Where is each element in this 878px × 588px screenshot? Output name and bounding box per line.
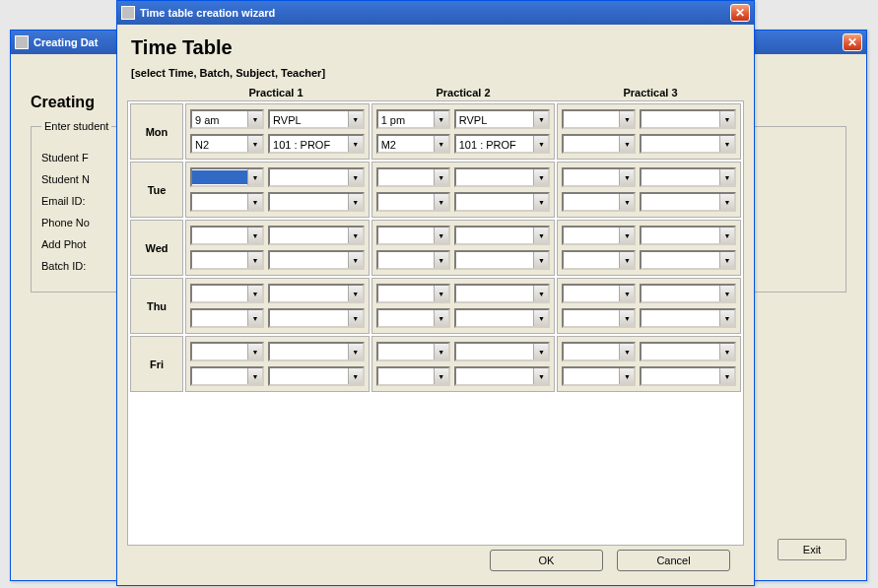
combo-value [564,287,619,300]
combo-value [564,195,619,209]
teacher-select[interactable]: ▼ [268,192,365,212]
time-select[interactable]: ▼ [562,109,636,129]
teacher-select[interactable]: ▼ [640,134,736,154]
time-select[interactable]: ▼ [190,226,264,245]
chevron-down-icon: ▼ [719,310,734,326]
time-select[interactable]: ▼ [562,342,636,361]
combo-value [378,170,434,184]
cancel-button[interactable]: Cancel [617,550,730,571]
batch-select[interactable]: ▼ [376,192,450,212]
combo-value [456,229,534,242]
teacher-select[interactable]: ▼ [454,250,551,270]
time-select[interactable]: ▼ [376,167,450,187]
chevron-down-icon: ▼ [719,344,734,359]
batch-select[interactable]: ▼ [376,308,450,328]
batch-select[interactable]: ▼ [376,250,450,270]
teacher-select[interactable]: ▼ [640,250,736,270]
back-title-text: Creating Dat [34,36,98,48]
chevron-down-icon: ▼ [348,344,363,359]
chevron-down-icon: ▼ [247,136,262,152]
subject-select[interactable]: ▼ [454,342,551,361]
teacher-select[interactable]: ▼ [454,192,551,212]
cell-mon-p1: 9 am▼RVPL▼N2▼101 : PROF▼ [185,103,370,160]
time-select[interactable]: ▼ [562,226,636,245]
batch-select[interactable]: ▼ [562,192,636,212]
combo-value [642,195,719,209]
front-titlebar: Time table creation wizard ✕ [117,1,754,25]
subject-select[interactable]: ▼ [640,342,736,361]
batch-select[interactable]: ▼ [562,134,636,154]
time-select[interactable]: ▼ [190,284,264,303]
combo-value [456,195,534,209]
teacher-select[interactable]: ▼ [454,308,551,328]
time-select[interactable]: ▼ [190,167,264,187]
subject-select[interactable]: ▼ [268,284,365,303]
batch-select[interactable]: ▼ [562,308,636,328]
subject-select[interactable]: RVPL▼ [268,109,365,129]
chevron-down-icon: ▼ [719,169,734,185]
back-close-button[interactable]: ✕ [843,33,862,51]
batch-select[interactable]: ▼ [562,250,636,270]
teacher-select[interactable]: ▼ [640,366,736,386]
subject-select[interactable]: ▼ [640,226,736,245]
subject-select[interactable]: ▼ [268,167,365,187]
subject-select[interactable]: ▼ [268,226,365,245]
chevron-down-icon: ▼ [348,169,363,185]
batch-select[interactable]: ▼ [190,250,264,270]
time-select[interactable]: ▼ [190,342,264,361]
chevron-down-icon: ▼ [247,194,262,210]
time-select[interactable]: ▼ [562,284,636,303]
batch-select[interactable]: ▼ [376,366,450,386]
subject-select[interactable]: ▼ [454,167,551,187]
subject-select[interactable]: ▼ [268,342,365,361]
chevron-down-icon: ▼ [348,111,363,127]
combo-value [378,229,434,242]
chevron-down-icon: ▼ [247,228,262,243]
ok-button[interactable]: OK [490,550,603,571]
cell-wed-p3: ▼▼▼▼ [557,220,741,276]
teacher-select[interactable]: ▼ [640,308,736,328]
teacher-select[interactable]: ▼ [268,308,365,328]
teacher-select[interactable]: ▼ [268,250,365,270]
batch-select[interactable]: ▼ [562,366,636,386]
chevron-down-icon: ▼ [247,368,262,384]
combo-value [642,287,719,300]
combo-value [564,311,619,325]
chevron-down-icon: ▼ [533,136,548,152]
subject-select[interactable]: ▼ [640,109,736,129]
batch-select[interactable]: ▼ [190,192,264,212]
chevron-down-icon: ▼ [434,169,448,185]
batch-select[interactable]: N2▼ [190,134,264,154]
chevron-down-icon: ▼ [533,228,548,243]
cell-tue-p3: ▼▼▼▼ [557,162,741,218]
time-select[interactable]: ▼ [376,226,450,245]
chevron-down-icon: ▼ [348,194,363,210]
front-close-button[interactable]: ✕ [730,4,750,22]
day-label-tue: Tue [130,162,183,218]
exit-button[interactable]: Exit [777,539,846,560]
time-select[interactable]: ▼ [376,284,450,303]
time-select[interactable]: 1 pm▼ [376,109,450,129]
combo-value [642,112,719,126]
subject-select[interactable]: ▼ [454,226,551,245]
subject-select[interactable]: ▼ [640,167,736,187]
combo-value [642,253,719,267]
teacher-select[interactable]: 101 : PROF▼ [454,134,551,154]
teacher-select[interactable]: 101 : PROF▼ [268,134,365,154]
subject-select[interactable]: ▼ [454,284,551,303]
day-label-wed: Wed [130,220,183,276]
teacher-select[interactable]: ▼ [268,366,365,386]
time-select[interactable]: ▼ [562,167,636,187]
teacher-select[interactable]: ▼ [640,192,736,212]
combo-value [564,170,619,184]
batch-select[interactable]: M2▼ [376,134,450,154]
subject-select[interactable]: ▼ [640,284,736,303]
time-select[interactable]: 9 am▼ [190,109,264,129]
combo-value [564,369,619,383]
chevron-down-icon: ▼ [719,368,734,384]
subject-select[interactable]: RVPL▼ [454,109,551,129]
teacher-select[interactable]: ▼ [454,366,551,386]
batch-select[interactable]: ▼ [190,308,264,328]
batch-select[interactable]: ▼ [190,366,264,386]
time-select[interactable]: ▼ [376,342,450,361]
